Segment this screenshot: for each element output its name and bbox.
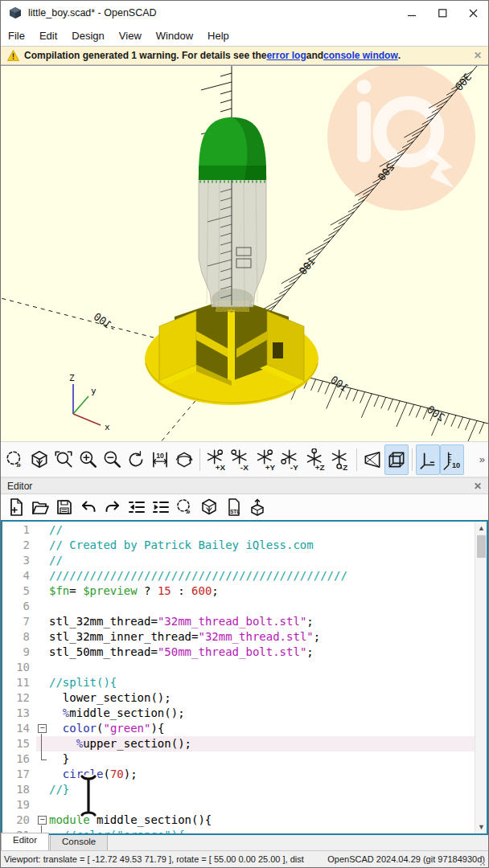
code-line[interactable]: 1//: [2, 522, 475, 538]
code-line[interactable]: 4///////////////////////////////////////…: [2, 568, 475, 583]
code-scrollbar[interactable]: ▲ ▼: [475, 522, 487, 833]
menu-window[interactable]: Window: [149, 27, 200, 44]
line-number: 19: [2, 797, 36, 813]
line-number: 7: [2, 614, 36, 629]
line-number: 17: [2, 767, 36, 782]
code-line[interactable]: 17 circle(70);: [2, 767, 475, 782]
new-file-icon[interactable]: [4, 496, 28, 518]
toolbar-separator: [199, 448, 200, 471]
code-line[interactable]: 5$fn= $preview ? 15 : 600;: [2, 583, 475, 599]
editor-preview-icon[interactable]: »: [173, 496, 197, 518]
code-text: stl_50mm_thread="50mm_thread_bolt.stl";: [49, 645, 475, 660]
reset-view-icon[interactable]: [124, 444, 148, 475]
code-line[interactable]: 11//split(){: [2, 675, 475, 690]
toolbar-separator: [356, 448, 357, 471]
view-minus-z-icon[interactable]: -Z: [328, 444, 353, 475]
code-line[interactable]: 8stl_32mm_inner_thread="32mm_thread.stl"…: [2, 629, 475, 645]
warning-text-before: Compilation generated 1 warning. For det…: [24, 50, 266, 61]
zoom-in-icon[interactable]: [76, 444, 100, 475]
perspective-view-icon[interactable]: [360, 444, 384, 475]
view-distance-icon[interactable]: 10: [148, 444, 172, 475]
editor-render-icon[interactable]: [197, 496, 221, 518]
code-line[interactable]: 16 }: [2, 751, 475, 767]
status-bar: Viewport: translate = [ -12.72 49.53 71.…: [1, 851, 488, 867]
code-text: //: [49, 553, 475, 568]
unindent-icon[interactable]: [125, 496, 149, 518]
code-line[interactable]: 2// Created by Patrick Bailey iQless.com: [2, 538, 475, 553]
code-text: circle(70);: [49, 767, 475, 782]
line-number: 4: [2, 568, 36, 583]
preview-icon[interactable]: »: [3, 444, 27, 475]
scroll-up-icon[interactable]: ▲: [475, 522, 487, 534]
close-button[interactable]: [458, 1, 488, 25]
view-plus-z-icon[interactable]: +Z: [303, 444, 328, 475]
view-minus-y-icon[interactable]: -Y: [278, 444, 303, 475]
error-log-link[interactable]: error log: [266, 50, 306, 61]
editor-panel-title: Editor: [7, 481, 32, 492]
print-3d-icon[interactable]: [245, 496, 269, 518]
svg-text:100: 100: [328, 374, 351, 395]
measure-angle-icon[interactable]: [172, 444, 196, 475]
open-file-icon[interactable]: [28, 496, 52, 518]
code-line[interactable]: 12 lower_section();: [2, 690, 475, 706]
title-bar[interactable]: little_boy.scad* - OpenSCAD: [1, 1, 488, 25]
banner-close-icon[interactable]: ✕: [474, 50, 482, 61]
menu-help[interactable]: Help: [200, 27, 236, 44]
scrollbar-thumb[interactable]: [477, 535, 486, 558]
tab-editor[interactable]: Editor: [1, 833, 49, 850]
redo-icon[interactable]: [101, 496, 125, 518]
view-minus-x-icon[interactable]: -X: [228, 444, 253, 475]
code-line[interactable]: 10: [2, 660, 475, 675]
undo-icon[interactable]: [76, 496, 101, 518]
fold-column: [36, 629, 49, 645]
maximize-button[interactable]: [427, 1, 458, 25]
menu-file[interactable]: File: [1, 27, 32, 44]
svg-text:-X: -X: [240, 462, 248, 470]
fold-column: [36, 568, 49, 583]
svg-text:»: »: [186, 507, 191, 516]
show-axes-icon[interactable]: [416, 444, 440, 475]
code-line[interactable]: 13 %middle_section();: [2, 706, 475, 721]
render-icon[interactable]: [27, 444, 51, 475]
code-line[interactable]: 21 //color("orange"){: [2, 828, 475, 835]
menu-view[interactable]: View: [112, 27, 149, 44]
minimize-button[interactable]: [397, 1, 427, 25]
svg-text:STL: STL: [230, 509, 240, 514]
view-plus-y-icon[interactable]: +Y: [253, 444, 278, 475]
editor-close-icon[interactable]: ✕: [474, 481, 482, 492]
view-plus-x-icon[interactable]: +X: [203, 444, 228, 475]
code-line[interactable]: 3//: [2, 553, 475, 568]
code-line[interactable]: 20module middle_section(){: [2, 813, 475, 828]
code-line[interactable]: 15 %upper_section();: [2, 736, 475, 751]
console-window-link[interactable]: console window: [323, 50, 398, 61]
code-line[interactable]: 18//}: [2, 782, 475, 797]
fold-marker-icon[interactable]: [36, 813, 49, 828]
orthographic-view-icon[interactable]: [384, 444, 409, 475]
indent-icon[interactable]: [149, 496, 173, 518]
code-editor[interactable]: 1//2// Created by Patrick Bailey iQless.…: [1, 520, 488, 835]
line-number: 1: [2, 522, 36, 538]
code-line[interactable]: 7stl_32mm_thread="32mm_thread_bolt.stl";: [2, 614, 475, 629]
fold-marker-icon[interactable]: [36, 721, 49, 736]
scroll-down-icon[interactable]: ▼: [475, 821, 487, 833]
3d-viewport-canvas[interactable]: 100 200 300 100 200 -100: [1, 66, 488, 441]
menu-edit[interactable]: Edit: [32, 27, 64, 44]
menu-design[interactable]: Design: [64, 27, 111, 44]
show-scale-markers-icon[interactable]: 10: [440, 444, 464, 475]
tab-console[interactable]: Console: [50, 834, 108, 850]
fold-column: [36, 767, 49, 782]
export-stl-icon[interactable]: STL: [221, 496, 245, 518]
code-line[interactable]: 19: [2, 797, 475, 813]
code-text: ////////////////////////////////////////…: [49, 568, 475, 583]
code-line[interactable]: 9stl_50mm_thread="50mm_thread_bolt.stl";: [2, 645, 475, 660]
toolbar-overflow-icon[interactable]: »: [479, 453, 485, 465]
code-text: //color("orange"){: [49, 828, 475, 835]
zoom-all-icon[interactable]: [51, 444, 76, 475]
code-line[interactable]: 14 color("green"){: [2, 721, 475, 736]
editor-toolbar: » STL: [1, 494, 488, 520]
resize-grip[interactable]: [479, 858, 487, 866]
zoom-out-icon[interactable]: [100, 444, 124, 475]
code-line[interactable]: 6: [2, 599, 475, 614]
save-file-icon[interactable]: [52, 496, 76, 518]
fold-column: [36, 553, 49, 568]
